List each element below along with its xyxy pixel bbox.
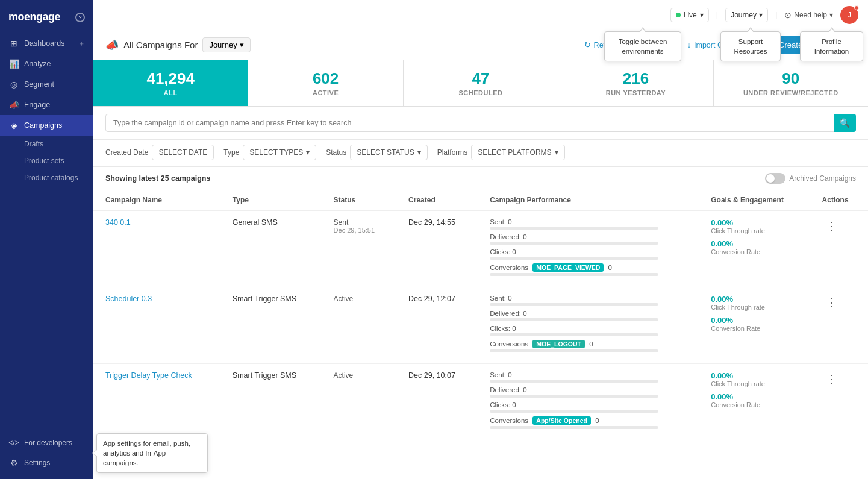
workspace-name: Journey [209, 40, 237, 49]
conv-badge: MOE_PAGE_VIEWED [532, 263, 604, 272]
tooltip-arrow-env-inner [640, 28, 646, 33]
stats-bar: 41,294 ALL 602 ACTIVE 47 SCHEDULED 216 R… [93, 60, 868, 107]
ctr-label: Click Through rate [711, 227, 798, 234]
sidebar-item-label: Segment [24, 80, 54, 89]
stat-all-number: 41,294 [105, 70, 236, 87]
status-date: Dec 29, 15:51 [334, 227, 384, 234]
stat-all[interactable]: 41,294 ALL [93, 60, 248, 106]
refresh-icon: ↻ [584, 40, 591, 49]
col-actions: Actions [810, 190, 868, 211]
row-actions-button[interactable]: ⋮ [822, 295, 840, 310]
sidebar-item-label: Engage [24, 101, 50, 109]
campaign-name-cell: Scheduler 0.3 [93, 287, 220, 363]
stat-underreview-label: UNDER REVIEW/REJECTED [726, 89, 856, 96]
tooltip-arrow-support-inner [748, 28, 754, 33]
sidebar-item-label: Campaigns [24, 121, 62, 130]
row-actions-button[interactable]: ⋮ [822, 218, 840, 234]
env-chevron-icon: ▾ [700, 11, 704, 19]
perf-clicks: Clicks: 0 [490, 248, 687, 260]
campaign-name-link[interactable]: 340 0.1 [105, 218, 131, 227]
conv-label: Conversion Rate [711, 325, 798, 332]
search-input[interactable] [105, 114, 856, 132]
table-row: Trigger Delay Type Check Smart Trigger S… [93, 363, 868, 440]
campaign-actions-cell: ⋮ [810, 287, 868, 363]
campaigns-table-area: Showing latest 25 campaigns Archived Cam… [93, 167, 868, 479]
help-label: Need help [794, 11, 827, 19]
date-filter-select[interactable]: SELECT DATE [152, 145, 214, 160]
archived-toggle-switch[interactable] [765, 173, 785, 184]
perf-clicks: Clicks: 0 [490, 325, 687, 336]
campaign-name-cell: Trigger Delay Type Check [93, 363, 220, 440]
sidebar-item-developers[interactable]: </> For developers [0, 433, 93, 452]
help-button[interactable]: ⊙ Need help ▾ [784, 10, 833, 20]
add-icon[interactable]: ＋ [78, 39, 85, 48]
campaign-type-cell: Smart Trigger SMS [220, 287, 322, 363]
ctr-rate: 0.00% [711, 295, 798, 304]
sidebar-item-drafts[interactable]: Drafts [0, 136, 93, 152]
workspace-toggle[interactable]: Journey ▾ [725, 8, 768, 22]
sidebar-item-campaigns[interactable]: ◈ Campaigns [0, 115, 93, 136]
stat-runyesterday-label: RUN YESTERDAY [570, 89, 701, 96]
help-circle-icon: ⊙ [784, 10, 792, 20]
sidebar-item-dashboards[interactable]: ⊞ Dashboards ＋ [0, 33, 93, 54]
sidebar-item-settings[interactable]: ⚙ Settings [0, 452, 93, 473]
sidebar-item-engage[interactable]: 📣 Engage [0, 95, 93, 115]
perf-bar [490, 318, 658, 321]
perf-sent: Sent: 0 [490, 371, 687, 383]
table-row: 340 0.1 General SMS Sent Dec 29, 15:51 D… [93, 210, 868, 287]
workspace-dropdown-icon: ▾ [240, 40, 244, 49]
sidebar-item-label: Dashboards [24, 39, 64, 48]
logo-text: moengage [8, 11, 60, 23]
stat-active[interactable]: 602 ACTIVE [248, 60, 403, 106]
sidebar: moengage ? ⊞ Dashboards ＋ 📊 Analyze ◎ Se… [0, 0, 93, 479]
env-toggle[interactable]: Live ▾ [670, 8, 709, 22]
status-filter-select[interactable]: SELECT STATUS ▾ [350, 145, 427, 160]
platform-filter-label: Platforms [437, 148, 468, 157]
campaign-created-cell: Dec 29, 12:07 [396, 287, 478, 363]
sidebar-item-segment[interactable]: ◎ Segment [0, 74, 93, 95]
campaign-goals-cell: 0.00% Click Through rate 0.00% Conversio… [699, 287, 810, 363]
analyze-icon: 📊 [8, 59, 19, 69]
ctr-label: Click Through rate [711, 304, 798, 311]
campaign-status-cell: Active [322, 363, 396, 440]
campaign-name-link[interactable]: Trigger Delay Type Check [105, 371, 192, 380]
search-icon: 🔍 [840, 118, 850, 128]
sidebar-item-analyze[interactable]: 📊 Analyze [0, 54, 93, 74]
sidebar-nav: ⊞ Dashboards ＋ 📊 Analyze ◎ Segment 📣 Eng… [0, 30, 93, 427]
search-button[interactable]: 🔍 [834, 114, 856, 132]
type-filter-select[interactable]: SELECT TYPES ▾ [243, 145, 316, 160]
campaign-actions-cell: ⋮ [810, 210, 868, 287]
campaigns-table: Campaign Name Type Status Created Campai… [93, 190, 868, 440]
stat-under-review[interactable]: 90 UNDER REVIEW/REJECTED [714, 60, 868, 106]
sidebar-item-label: Settings [24, 459, 50, 467]
stat-scheduled[interactable]: 47 SCHEDULED [404, 60, 558, 106]
stat-run-yesterday[interactable]: 216 RUN YESTERDAY [558, 60, 713, 106]
sidebar-item-product-catalogs[interactable]: Product catalogs [0, 169, 93, 186]
stat-active-label: ACTIVE [260, 89, 390, 96]
campaign-status-cell: Active [322, 287, 396, 363]
ctr-rate: 0.00% [711, 218, 798, 227]
status-filter-group: Status SELECT STATUS ▾ [326, 145, 427, 160]
workspace-chevron-icon: ▾ [759, 11, 763, 19]
platform-filter-select[interactable]: SELECT PLATFORMS ▾ [471, 145, 564, 160]
campaign-status-cell: Sent Dec 29, 15:51 [322, 210, 396, 287]
perf-sent: Sent: 0 [490, 295, 687, 306]
campaign-type-cell: Smart Trigger SMS [220, 363, 322, 440]
topbar: Live ▾ | Journey ▾ | ⊙ Need help ▾ J [93, 0, 868, 30]
sidebar-item-product-sets[interactable]: Product sets [0, 152, 93, 169]
profile-button[interactable]: J [840, 6, 858, 24]
workspace-selector[interactable]: Journey ▾ [202, 37, 250, 52]
campaign-name-link[interactable]: Scheduler 0.3 [105, 295, 152, 303]
profile-tooltip: Profile Information [800, 31, 863, 61]
col-type: Type [220, 190, 322, 211]
profile-initial: J [848, 11, 851, 19]
campaign-goals-cell: 0.00% Click Through rate 0.00% Conversio… [699, 363, 810, 440]
logo-help-icon[interactable]: ? [75, 13, 85, 22]
status-filter-label: Status [326, 148, 346, 157]
status-label: Active [334, 371, 384, 380]
appsettings-tooltip: App settings for email, push, analytics … [96, 433, 208, 473]
topbar-right: Live ▾ | Journey ▾ | ⊙ Need help ▾ J [670, 6, 858, 24]
conv-badge: App/Site Opened [532, 416, 591, 425]
type-filter-label: Type [223, 148, 239, 157]
row-actions-button[interactable]: ⋮ [822, 371, 840, 387]
